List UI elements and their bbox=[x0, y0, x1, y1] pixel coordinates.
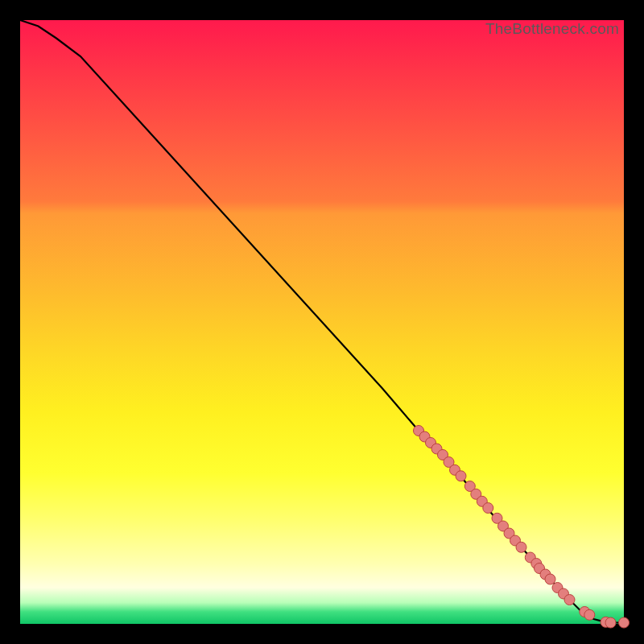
data-point bbox=[516, 542, 526, 552]
chart-frame: TheBottleneck.com bbox=[0, 0, 644, 644]
data-point bbox=[564, 595, 575, 605]
data-point bbox=[545, 574, 555, 584]
data-point bbox=[619, 617, 630, 628]
chart-svg bbox=[20, 20, 624, 624]
plot-area: TheBottleneck.com bbox=[20, 20, 624, 624]
data-point bbox=[483, 503, 493, 514]
curve-line bbox=[20, 20, 624, 623]
data-point bbox=[456, 471, 466, 481]
marker-group bbox=[414, 426, 630, 629]
data-point bbox=[605, 617, 616, 628]
data-point bbox=[584, 609, 595, 620]
